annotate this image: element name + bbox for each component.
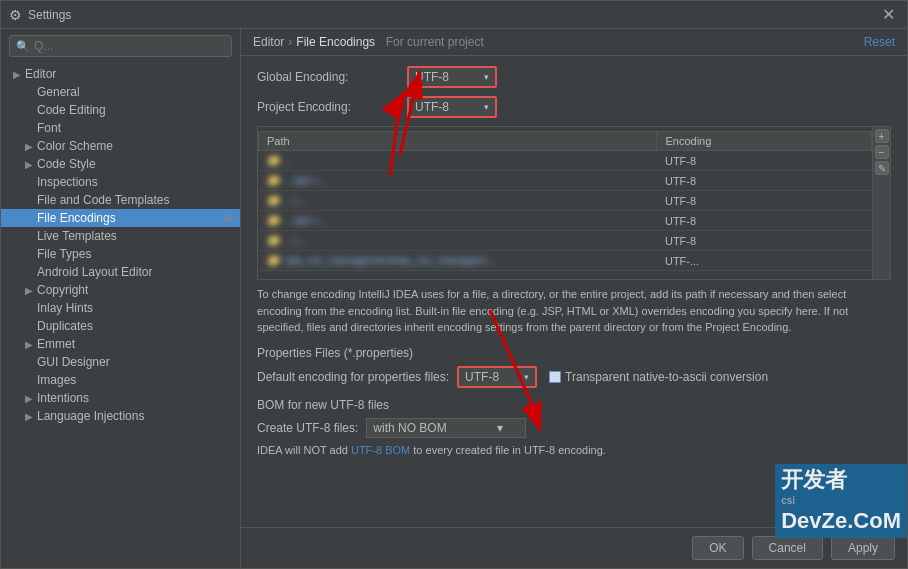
dropdown-caret-2: ▾: [484, 102, 489, 112]
create-utf8-label: Create UTF-8 files:: [257, 421, 358, 435]
dialog-buttons: OK Cancel Apply: [241, 527, 907, 568]
panel-content: Global Encoding: UTF-8 ▾ Project Encodin…: [241, 56, 907, 527]
properties-encoding-dropdown[interactable]: UTF-8 ▾: [457, 366, 537, 388]
sidebar-item-font[interactable]: Font: [1, 119, 240, 137]
sidebar-item-label: Inlay Hints: [37, 301, 232, 315]
sidebar-item-label: Images: [37, 373, 232, 387]
sidebar-item-label: File Types: [37, 247, 232, 261]
col-encoding: Encoding: [657, 132, 872, 151]
sidebar-item-code-editing[interactable]: Code Editing: [1, 101, 240, 119]
sidebar-item-live-templates[interactable]: Live Templates: [1, 227, 240, 245]
ok-button[interactable]: OK: [692, 536, 743, 560]
sidebar-item-inspections[interactable]: Inspections: [1, 173, 240, 191]
sidebar-item-file-and-code-templates[interactable]: File and Code Templates: [1, 191, 240, 209]
bom-section-title: BOM for new UTF-8 files: [257, 398, 891, 412]
table-row[interactable]: 📁...\...UTF-8: [259, 191, 872, 211]
close-button[interactable]: ✕: [878, 5, 899, 24]
project-encoding-row: Project Encoding: UTF-8 ▾: [257, 96, 891, 118]
sidebar-item-duplicates[interactable]: Duplicates: [1, 317, 240, 335]
tree-arrow: ▶: [25, 141, 37, 152]
sidebar-item-label: Code Style: [37, 157, 232, 171]
breadcrumb-editor[interactable]: Editor: [253, 35, 284, 49]
remove-row-button[interactable]: −: [875, 145, 889, 159]
transparent-conversion-checkbox[interactable]: Transparent native-to-ascii conversion: [549, 370, 768, 384]
add-row-button[interactable]: +: [875, 129, 889, 143]
global-encoding-value: UTF-8: [415, 70, 449, 84]
main-content: 🔍 ▶EditorGeneralCode EditingFont▶Color S…: [1, 29, 907, 568]
apply-button[interactable]: Apply: [831, 536, 895, 560]
tree-arrow: ▶: [13, 69, 25, 80]
table-cell-path: 📁...: [259, 151, 657, 171]
sidebar-item-gui-designer[interactable]: GUI Designer: [1, 353, 240, 371]
table-row[interactable]: 📁...\...UTF-8: [259, 231, 872, 251]
window-title: Settings: [28, 8, 878, 22]
sidebar-item-images[interactable]: Images: [1, 371, 240, 389]
global-encoding-row: Global Encoding: UTF-8 ▾: [257, 66, 891, 88]
breadcrumb-bar: Editor › File Encodings For current proj…: [241, 29, 907, 56]
reset-button[interactable]: Reset: [864, 35, 895, 49]
cancel-button[interactable]: Cancel: [752, 536, 823, 560]
sidebar-item-editor[interactable]: ▶Editor: [1, 65, 240, 83]
bom-select-dropdown[interactable]: with NO BOM ▾: [366, 418, 526, 438]
create-utf8-row: Create UTF-8 files: with NO BOM ▾: [257, 418, 891, 438]
tree-arrow: ▶: [25, 339, 37, 350]
sidebar-tree: ▶EditorGeneralCode EditingFont▶Color Sch…: [1, 63, 240, 568]
sidebar-item-label: GUI Designer: [37, 355, 232, 369]
sidebar-item-android-layout-editor[interactable]: Android Layout Editor: [1, 263, 240, 281]
table-cell-path: 📁...\ats \...: [259, 211, 657, 231]
table-row[interactable]: 📁...UTF-8: [259, 151, 872, 171]
sidebar-item-language-injections[interactable]: ▶Language Injections: [1, 407, 240, 425]
search-input[interactable]: [34, 39, 225, 53]
properties-section-title: Properties Files (*.properties): [257, 346, 891, 360]
sidebar-item-inlay-hints[interactable]: Inlay Hints: [1, 299, 240, 317]
global-encoding-label: Global Encoding:: [257, 70, 407, 84]
checkbox-indicator: [549, 371, 561, 383]
default-encoding-label: Default encoding for properties files:: [257, 370, 449, 384]
table-cell-encoding: UTF-8: [657, 211, 872, 231]
table-row[interactable]: 📁...\ats \...UTF-8: [259, 211, 872, 231]
sidebar-item-code-style[interactable]: ▶Code Style: [1, 155, 240, 173]
file-table-container: Path Encoding 📁...UTF-8📁...\ats \...UTF-…: [257, 126, 873, 280]
table-cell-encoding: UTF-...: [657, 251, 872, 271]
bom-section: BOM for new UTF-8 files Create UTF-8 fil…: [257, 398, 891, 456]
sidebar-item-label: Code Editing: [37, 103, 232, 117]
main-wrapper: Editor › File Encodings For current proj…: [241, 29, 907, 568]
table-cell-encoding: UTF-8: [657, 231, 872, 251]
project-encoding-dropdown[interactable]: UTF-8 ▾: [407, 96, 497, 118]
bom-info-text: IDEA will NOT add UTF-8 BOM to every cre…: [257, 444, 891, 456]
bom-select-caret: ▾: [497, 421, 503, 435]
info-text-1: IDEA will NOT add: [257, 444, 351, 456]
main-panel: Editor › File Encodings For current proj…: [241, 29, 907, 527]
table-cell-encoding: UTF-8: [657, 151, 872, 171]
global-encoding-dropdown[interactable]: UTF-8 ▾: [407, 66, 497, 88]
breadcrumb: Editor › File Encodings For current proj…: [253, 35, 484, 49]
tree-arrow: ▶: [25, 411, 37, 422]
sidebar-item-emmet[interactable]: ▶Emmet: [1, 335, 240, 353]
search-box[interactable]: 🔍: [9, 35, 232, 57]
edit-row-button[interactable]: ✎: [875, 161, 889, 175]
sidebar-item-file-encodings[interactable]: File Encodings⊞: [1, 209, 240, 227]
breadcrumb-separator: ›: [288, 35, 292, 49]
sidebar-item-label: Color Scheme: [37, 139, 232, 153]
sidebar-item-label: General: [37, 85, 232, 99]
sidebar-item-color-scheme[interactable]: ▶Color Scheme: [1, 137, 240, 155]
title-bar: ⚙ Settings ✕: [1, 1, 907, 29]
sidebar-item-general[interactable]: General: [1, 83, 240, 101]
table-row[interactable]: 📁...\ats \...UTF-8: [259, 171, 872, 191]
transparent-label: Transparent native-to-ascii conversion: [565, 370, 768, 384]
breadcrumb-current: File Encodings: [296, 35, 375, 49]
description-text: To change encoding IntelliJ IDEA uses fo…: [257, 286, 891, 336]
sidebar-item-label: Duplicates: [37, 319, 232, 333]
sidebar-item-copyright[interactable]: ▶Copyright: [1, 281, 240, 299]
for-current-project: For current project: [379, 35, 484, 49]
tree-arrow: ▶: [25, 159, 37, 170]
sidebar-item-intentions[interactable]: ▶Intentions: [1, 389, 240, 407]
table-action-sidebar: + − ✎: [873, 126, 891, 280]
table-cell-encoding: UTF-8: [657, 171, 872, 191]
sidebar-item-file-types[interactable]: File Types: [1, 245, 240, 263]
search-icon: 🔍: [16, 40, 30, 53]
project-encoding-label: Project Encoding:: [257, 100, 407, 114]
table-row[interactable]: 📁\ats_rsc_management\ats_rsc_managem...U…: [259, 251, 872, 271]
bom-select-value: with NO BOM: [373, 421, 446, 435]
sidebar-item-label: Language Injections: [37, 409, 232, 423]
